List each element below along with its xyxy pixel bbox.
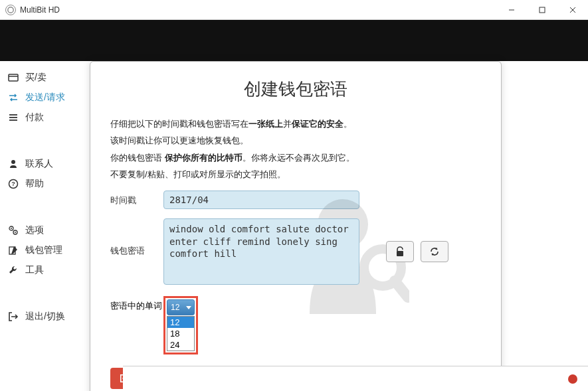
top-toolbar bbox=[0, 20, 588, 61]
svg-text:?: ? bbox=[11, 181, 15, 187]
exchange-icon bbox=[8, 92, 23, 103]
svg-point-10 bbox=[11, 160, 15, 164]
svg-point-16 bbox=[15, 232, 16, 233]
sidebar-item-label: 帮助 bbox=[25, 178, 44, 190]
cogs-icon bbox=[8, 225, 23, 236]
timestamp-label: 时间戳 bbox=[110, 191, 163, 206]
list-icon bbox=[8, 112, 23, 123]
credit-card-icon bbox=[8, 72, 23, 83]
titlebar: MultiBit HD bbox=[0, 0, 588, 20]
wordcount-option-18[interactable]: 18 bbox=[167, 328, 194, 339]
sidebar-item-label: 工具 bbox=[25, 264, 44, 276]
status-indicator bbox=[568, 374, 577, 384]
maximize-button[interactable] bbox=[527, 0, 557, 20]
user-icon bbox=[8, 159, 23, 169]
wordcount-dropdown[interactable]: 12 bbox=[167, 299, 195, 315]
instructions-text: 仔细把以下的时间戳和钱包密语写在一张纸上并保证它的安全。 该时间戳让你可以更速地… bbox=[110, 116, 481, 183]
wordcount-dropdown-list: 121824 bbox=[167, 316, 195, 351]
sidebar-item-label: 付款 bbox=[25, 112, 44, 123]
sidebar-item-label: 退出/切换 bbox=[25, 311, 65, 323]
svg-rect-5 bbox=[9, 74, 18, 81]
app-title: MultiBit HD bbox=[20, 5, 60, 15]
wordcount-label: 密语中的单词 bbox=[110, 296, 163, 312]
wrench-icon bbox=[8, 265, 23, 275]
passphrase-textarea[interactable]: window old comfort salute doctor enter c… bbox=[163, 218, 359, 285]
create-wallet-passphrase-dialog: 创建钱包密语 仔细把以下的时间戳和钱包密语写在一张纸上并保证它的安全。 该时间戳… bbox=[90, 61, 502, 391]
minimize-button[interactable] bbox=[496, 0, 527, 20]
passphrase-label: 钱包密语 bbox=[110, 218, 163, 257]
wordcount-option-12[interactable]: 12 bbox=[167, 317, 194, 328]
close-button[interactable] bbox=[557, 0, 588, 20]
edit-icon bbox=[8, 245, 23, 256]
content-area: 创建钱包密语 仔细把以下的时间戳和钱包密语写在一张纸上并保证它的安全。 该时间戳… bbox=[123, 61, 588, 391]
refresh-button[interactable] bbox=[421, 241, 448, 262]
svg-point-15 bbox=[11, 228, 12, 229]
sidebar-item-label: 选项 bbox=[25, 224, 44, 236]
sign-out-icon bbox=[8, 311, 23, 322]
sidebar-item-label: 钱包管理 bbox=[25, 244, 62, 256]
question-icon: ? bbox=[8, 179, 23, 189]
app-icon bbox=[5, 5, 16, 15]
svg-rect-21 bbox=[397, 251, 403, 256]
svg-point-0 bbox=[8, 7, 13, 12]
svg-rect-2 bbox=[539, 7, 545, 13]
wordcount-option-24[interactable]: 24 bbox=[167, 339, 194, 351]
sidebar-item-label: 发送/请求 bbox=[25, 92, 65, 104]
timestamp-input[interactable] bbox=[163, 191, 359, 209]
lock-button[interactable] bbox=[386, 241, 414, 262]
statusbar bbox=[123, 366, 588, 391]
sidebar-item-label: 联系人 bbox=[25, 158, 53, 170]
wordcount-highlight: 12 121824 bbox=[163, 296, 198, 354]
dialog-title: 创建钱包密语 bbox=[110, 78, 481, 101]
sidebar-item-label: 买/卖 bbox=[25, 72, 47, 84]
